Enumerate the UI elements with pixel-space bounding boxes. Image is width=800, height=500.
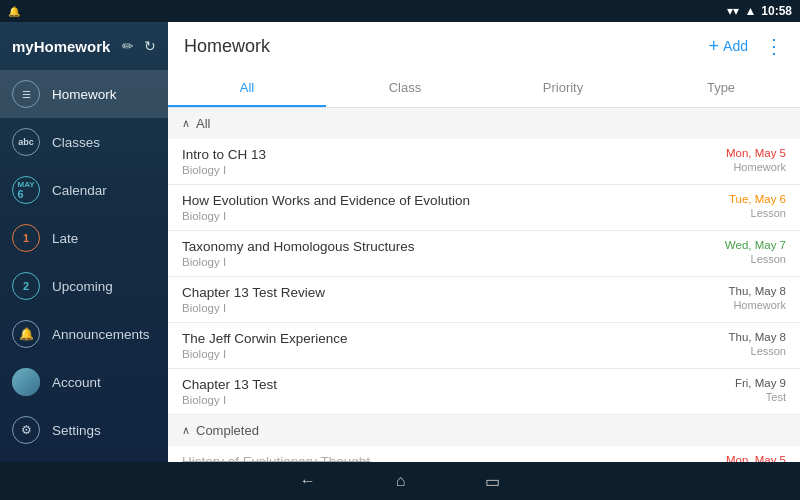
sidebar-label-homework: Homework — [52, 87, 117, 102]
sidebar-item-calendar[interactable]: MAY6 Calendar — [0, 166, 168, 214]
item-left: Chapter 13 Test Biology I — [182, 377, 277, 406]
item-right: Fri, May 9 Test — [735, 377, 786, 403]
sidebar-label-settings: Settings — [52, 423, 101, 438]
add-label: Add — [723, 38, 748, 54]
section-header-all: ∧All — [168, 108, 800, 139]
sidebar-item-classes[interactable]: abc Classes — [0, 118, 168, 166]
calendar-icon: MAY6 — [12, 176, 40, 204]
item-subtitle: Biology I — [182, 348, 348, 360]
sidebar-label-account: Account — [52, 375, 101, 390]
item-date: Mon, May 5 — [726, 454, 786, 462]
item-date: Mon, May 5 — [726, 147, 786, 159]
item-subtitle: Biology I — [182, 256, 415, 268]
sidebar-item-account[interactable]: Account — [0, 358, 168, 406]
item-type: Test — [735, 391, 786, 403]
item-title: Chapter 13 Test Review — [182, 285, 325, 300]
item-title: The Jeff Corwin Experience — [182, 331, 348, 346]
page-title: Homework — [184, 36, 270, 57]
plus-icon: + — [709, 36, 720, 57]
item-title: History of Evolutionary Thought — [182, 454, 370, 462]
sidebar-label-announcements: Announcements — [52, 327, 150, 342]
status-bar-right: ▾▾ ▲ 10:58 — [727, 4, 792, 18]
sidebar-item-late[interactable]: 1 Late — [0, 214, 168, 262]
sidebar-header: myHomework ✏ ↻ — [0, 22, 168, 70]
list-item[interactable]: Chapter 13 Test Biology I Fri, May 9 Tes… — [168, 369, 800, 415]
app-body: myHomework ✏ ↻ ☰ Homework abc Classes MA… — [0, 22, 800, 462]
section-header-completed: ∧Completed — [168, 415, 800, 446]
status-bar-left: 🔔 — [8, 6, 20, 17]
homework-icon: ☰ — [12, 80, 40, 108]
item-subtitle: Biology I — [182, 394, 277, 406]
late-icon: 1 — [12, 224, 40, 252]
sidebar-item-settings[interactable]: ⚙ Settings — [0, 406, 168, 454]
pencil-icon[interactable]: ✏ — [122, 38, 134, 54]
item-right: Thu, May 8 Lesson — [728, 331, 786, 357]
item-right: Tue, May 6 Lesson — [729, 193, 786, 219]
list-item[interactable]: The Jeff Corwin Experience Biology I Thu… — [168, 323, 800, 369]
item-type: Lesson — [725, 253, 786, 265]
list-item[interactable]: Chapter 13 Test Review Biology I Thu, Ma… — [168, 277, 800, 323]
sidebar-label-late: Late — [52, 231, 78, 246]
list-item[interactable]: Taxonomy and Homologous Structures Biolo… — [168, 231, 800, 277]
tab-priority[interactable]: Priority — [484, 70, 642, 107]
filter-tabs: All Class Priority Type — [168, 70, 800, 108]
item-type: Homework — [728, 299, 786, 311]
sidebar-label-upcoming: Upcoming — [52, 279, 113, 294]
sidebar-item-homework[interactable]: ☰ Homework — [0, 70, 168, 118]
android-bar: ← ⌂ ▭ — [0, 462, 800, 500]
item-title: Intro to CH 13 — [182, 147, 266, 162]
recents-button[interactable]: ▭ — [485, 472, 500, 491]
home-button[interactable]: ⌂ — [396, 472, 406, 490]
item-title: Taxonomy and Homologous Structures — [182, 239, 415, 254]
sidebar: myHomework ✏ ↻ ☰ Homework abc Classes MA… — [0, 22, 168, 462]
sidebar-item-upcoming[interactable]: 2 Upcoming — [0, 262, 168, 310]
status-bar: 🔔 ▾▾ ▲ 10:58 — [0, 0, 800, 22]
item-subtitle: Biology I — [182, 302, 325, 314]
classes-icon: abc — [12, 128, 40, 156]
content-list: ∧All Intro to CH 13 Biology I Mon, May 5… — [168, 108, 800, 462]
item-type: Lesson — [729, 207, 786, 219]
signal-icon: ▲ — [744, 4, 756, 18]
announcements-icon: 🔔 — [12, 320, 40, 348]
item-date: Fri, May 9 — [735, 377, 786, 389]
tab-type[interactable]: Type — [642, 70, 800, 107]
list-item[interactable]: Intro to CH 13 Biology I Mon, May 5 Home… — [168, 139, 800, 185]
status-notification: 🔔 — [8, 6, 20, 17]
list-item[interactable]: How Evolution Works and Evidence of Evol… — [168, 185, 800, 231]
wifi-icon: ▾▾ — [727, 4, 739, 18]
app-title: myHomework — [12, 38, 110, 55]
item-date: Thu, May 8 — [728, 285, 786, 297]
item-type: Lesson — [728, 345, 786, 357]
item-left: How Evolution Works and Evidence of Evol… — [182, 193, 470, 222]
account-avatar-icon — [12, 368, 40, 396]
tab-class[interactable]: Class — [326, 70, 484, 107]
top-bar: Homework + Add ⋮ — [168, 22, 800, 70]
item-subtitle: Biology I — [182, 210, 470, 222]
refresh-icon[interactable]: ↻ — [144, 38, 156, 54]
item-left: Taxonomy and Homologous Structures Biolo… — [182, 239, 415, 268]
sidebar-item-announcements[interactable]: 🔔 Announcements — [0, 310, 168, 358]
item-subtitle: Biology I — [182, 164, 266, 176]
avatar-image — [12, 368, 40, 396]
item-left: The Jeff Corwin Experience Biology I — [182, 331, 348, 360]
item-left: Intro to CH 13 Biology I — [182, 147, 266, 176]
back-button[interactable]: ← — [300, 472, 316, 490]
more-options-button[interactable]: ⋮ — [764, 34, 784, 58]
settings-icon: ⚙ — [12, 416, 40, 444]
add-button[interactable]: + Add — [709, 36, 748, 57]
sidebar-label-calendar: Calendar — [52, 183, 107, 198]
list-item[interactable]: History of Evolutionary Thought Biology … — [168, 446, 800, 462]
item-date: Wed, May 7 — [725, 239, 786, 251]
item-right: Mon, May 5 Homework — [726, 147, 786, 173]
item-left: Chapter 13 Test Review Biology I — [182, 285, 325, 314]
sidebar-nav: ☰ Homework abc Classes MAY6 Calendar 1 L… — [0, 70, 168, 462]
sidebar-label-classes: Classes — [52, 135, 100, 150]
item-date: Tue, May 6 — [729, 193, 786, 205]
item-right: Wed, May 7 Lesson — [725, 239, 786, 265]
item-type: Homework — [726, 161, 786, 173]
tab-all[interactable]: All — [168, 70, 326, 107]
item-date: Thu, May 8 — [728, 331, 786, 343]
main-content: Homework + Add ⋮ All Class Priority Type — [168, 22, 800, 462]
item-right: Mon, May 5 Lesson — [726, 454, 786, 462]
item-title: Chapter 13 Test — [182, 377, 277, 392]
